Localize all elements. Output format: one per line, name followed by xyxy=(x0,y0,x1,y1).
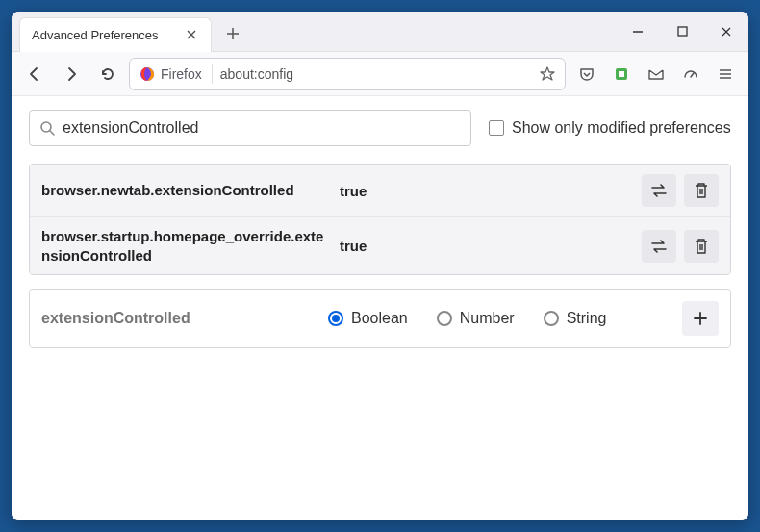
checkbox-icon xyxy=(489,120,504,136)
preference-row: browser.startup.homepage_override.extens… xyxy=(30,217,730,274)
preference-actions xyxy=(642,174,719,207)
delete-button[interactable] xyxy=(684,230,719,263)
toggle-icon xyxy=(649,239,669,254)
preference-row: browser.newtab.extensionControlled true xyxy=(30,165,730,217)
browser-window: Advanced Preferences xyxy=(12,12,748,520)
about-config-content: Show only modified preferences browser.n… xyxy=(12,96,748,520)
show-modified-checkbox[interactable]: Show only modified preferences xyxy=(489,119,731,137)
create-preference-row: extensionControlled Boolean Number Strin… xyxy=(41,301,719,336)
type-radio-group: Boolean Number String xyxy=(328,310,606,327)
search-row: Show only modified preferences xyxy=(29,110,731,146)
toggle-button[interactable] xyxy=(642,174,676,207)
url-bar[interactable]: Firefox about:config xyxy=(129,58,566,90)
url-text: about:config xyxy=(220,66,293,82)
pocket-icon[interactable] xyxy=(571,59,602,89)
titlebar: Advanced Preferences xyxy=(12,12,748,52)
delete-button[interactable] xyxy=(684,174,719,207)
preference-name: browser.newtab.extensionControlled xyxy=(41,181,330,200)
mail-icon[interactable] xyxy=(641,59,671,89)
close-window-button[interactable] xyxy=(704,12,748,52)
reload-button[interactable] xyxy=(92,59,123,89)
preference-actions xyxy=(642,230,719,263)
radio-label: Boolean xyxy=(351,310,408,327)
radio-icon xyxy=(544,311,559,326)
toggle-button[interactable] xyxy=(642,230,676,263)
toolbar-right-icons xyxy=(571,59,741,89)
create-preference-box: extensionControlled Boolean Number Strin… xyxy=(29,289,731,348)
preference-list: browser.newtab.extensionControlled true xyxy=(29,164,731,275)
menu-icon[interactable] xyxy=(710,59,741,89)
preference-search-box[interactable] xyxy=(29,110,471,146)
trash-icon xyxy=(694,182,709,199)
nav-toolbar: Firefox about:config xyxy=(12,52,748,96)
bookmark-star-icon[interactable] xyxy=(536,63,559,86)
window-controls xyxy=(616,12,748,52)
trash-icon xyxy=(694,238,709,255)
radio-number[interactable]: Number xyxy=(437,310,515,327)
plus-icon xyxy=(693,311,708,326)
add-preference-button[interactable] xyxy=(682,301,719,336)
toggle-icon xyxy=(649,183,669,198)
minimize-button[interactable] xyxy=(616,12,660,52)
svg-rect-0 xyxy=(678,27,687,36)
tab-title: Advanced Preferences xyxy=(32,28,159,42)
radio-boolean[interactable]: Boolean xyxy=(328,310,408,327)
browser-tab[interactable]: Advanced Preferences xyxy=(19,17,212,52)
radio-string[interactable]: String xyxy=(544,310,607,327)
back-button[interactable] xyxy=(19,59,50,89)
create-preference-name: extensionControlled xyxy=(41,310,311,327)
url-identity-box[interactable]: Firefox xyxy=(136,64,213,84)
radio-label: Number xyxy=(460,310,515,327)
forward-button[interactable] xyxy=(56,59,87,89)
new-tab-button[interactable] xyxy=(219,20,246,47)
preference-value: true xyxy=(340,238,367,254)
preference-value: true xyxy=(340,183,367,199)
svg-rect-3 xyxy=(619,71,624,77)
preference-name: browser.startup.homepage_override.extens… xyxy=(41,227,330,265)
radio-icon xyxy=(328,311,343,326)
preference-search-input[interactable] xyxy=(63,119,461,137)
close-tab-icon[interactable] xyxy=(184,27,199,42)
search-icon xyxy=(39,120,55,136)
firefox-icon xyxy=(139,66,155,82)
extension-icon[interactable] xyxy=(606,59,637,89)
show-modified-label: Show only modified preferences xyxy=(512,119,731,137)
radio-icon xyxy=(437,311,452,326)
dashboard-icon[interactable] xyxy=(675,59,706,89)
url-identity-label: Firefox xyxy=(161,66,202,82)
maximize-button[interactable] xyxy=(660,12,704,52)
radio-label: String xyxy=(567,310,607,327)
